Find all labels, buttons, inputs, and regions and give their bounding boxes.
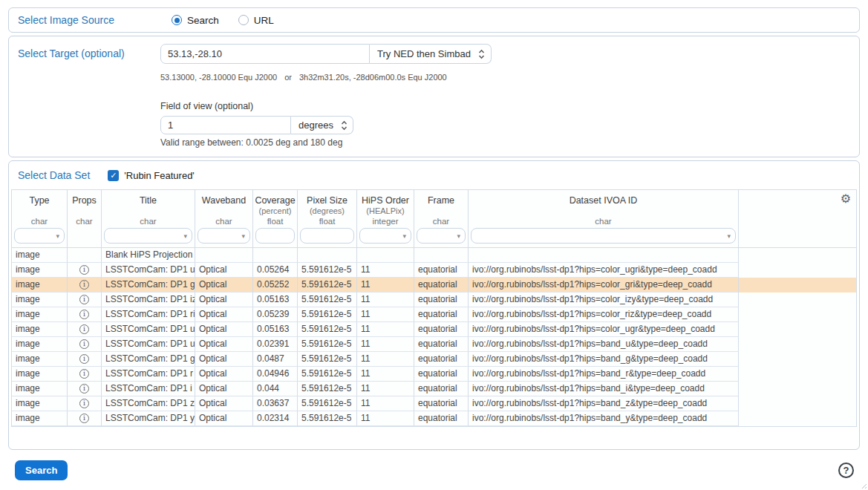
cell-props: i (68, 278, 102, 293)
cell-type: image (12, 307, 68, 322)
cell-hips-order (357, 248, 414, 263)
radio-url[interactable]: URL (238, 15, 274, 26)
cell-filler (739, 263, 856, 278)
table-row[interactable]: image i LSSTComCam: DP1 riz Optical 0.05… (12, 307, 856, 322)
cell-coverage: 0.05264 (253, 263, 298, 278)
cell-type: image (12, 352, 68, 367)
cell-coverage (253, 248, 298, 263)
table-row[interactable]: image i LSSTComCam: DP1 gri Optical 0.05… (12, 278, 856, 293)
cell-frame: equatorial (414, 307, 469, 322)
table-row[interactable]: image i Blank HiPS Projection (12, 248, 856, 263)
dropdown-arrow-icon: ▾ (457, 232, 460, 239)
cell-filler (739, 367, 856, 382)
info-icon[interactable]: i (79, 324, 89, 334)
rubin-featured-checkbox[interactable]: ✓ 'Rubin Featured' (108, 170, 195, 181)
info-icon[interactable]: i (79, 414, 89, 423)
cell-filler (739, 248, 856, 263)
radio-unselected-icon[interactable] (238, 15, 249, 25)
info-icon[interactable]: i (79, 339, 89, 349)
fov-input[interactable] (160, 116, 291, 134)
table-row[interactable]: image i LSSTComCam: DP1 izy Optical 0.05… (12, 293, 856, 307)
coverage-filter-input[interactable] (255, 228, 295, 244)
waveband-filter-select[interactable]: ▾ (198, 228, 250, 244)
radio-search[interactable]: Search (172, 15, 219, 26)
info-icon[interactable]: i (79, 369, 89, 379)
cell-frame: equatorial (414, 278, 469, 293)
title-filter-select[interactable]: ▾ (104, 228, 192, 244)
table-row[interactable]: image i LSSTComCam: DP1 u Optical 0.0239… (12, 337, 856, 352)
stepper-chevrons-icon (478, 49, 485, 59)
resolver-dropdown[interactable]: Try NED then Simbad (370, 44, 492, 64)
column-header-props: Props char (68, 190, 102, 247)
help-icon[interactable]: ? (838, 463, 854, 478)
column-header-hips-order: HiPS Order (HEALPix) integer ▾ (357, 190, 414, 247)
image-source-label: Select Image Source (18, 14, 172, 26)
table-row[interactable]: image i LSSTComCam: DP1 i Optical 0.044 … (12, 382, 856, 396)
cell-pixel-size: 5.591612e-5 (298, 263, 357, 278)
cell-title: LSSTComCam: DP1 ugri (102, 263, 195, 278)
fov-valid-range-hint: Valid range between: 0.0025 deg and 180 … (160, 137, 850, 148)
info-icon[interactable]: i (79, 295, 89, 304)
cell-coverage: 0.05163 (253, 322, 298, 337)
table-row[interactable]: image i LSSTComCam: DP1 ugr Optical 0.05… (12, 322, 856, 337)
cell-ivoa-id: ivo://org.rubinobs/lsst-dp1?hips=band_z&… (469, 396, 739, 411)
cell-pixel-size: 5.591612e-5 (298, 293, 357, 307)
cell-ivoa-id (469, 248, 739, 263)
pixel-size-filter-input[interactable] (300, 228, 354, 244)
cell-waveband: Optical (195, 352, 253, 367)
frame-filter-select[interactable]: ▾ (417, 228, 466, 244)
search-button[interactable]: Search (15, 460, 68, 480)
cell-ivoa-id: ivo://org.rubinobs/lsst-dp1?hips=color_r… (469, 307, 739, 322)
radio-url-label: URL (254, 15, 274, 26)
cell-frame: equatorial (414, 293, 469, 307)
ivoa-id-filter-select[interactable]: ▾ (471, 228, 736, 244)
cell-pixel-size: 5.591612e-5 (298, 411, 357, 426)
table-row[interactable]: image i LSSTComCam: DP1 y Optical 0.0231… (12, 411, 856, 426)
hips-order-filter-select[interactable]: ▾ (359, 228, 411, 244)
cell-filler (739, 337, 856, 352)
info-icon[interactable]: i (79, 265, 89, 275)
info-icon[interactable]: i (79, 310, 89, 319)
gear-icon[interactable]: ⚙ (841, 193, 851, 205)
cell-hips-order: 11 (357, 278, 414, 293)
cell-waveband: Optical (195, 367, 253, 382)
cell-filler (739, 411, 856, 426)
dropdown-arrow-icon: ▾ (56, 232, 59, 239)
cell-hips-order: 11 (357, 382, 414, 396)
table-row[interactable]: image i LSSTComCam: DP1 r Optical 0.0494… (12, 367, 856, 382)
column-header-pixel-size: Pixel Size (degrees) float (298, 190, 357, 247)
cell-waveband: Optical (195, 411, 253, 426)
info-icon[interactable]: i (79, 280, 89, 290)
table-row[interactable]: image i LSSTComCam: DP1 z Optical 0.0363… (12, 396, 856, 411)
cell-title: LSSTComCam: DP1 u (102, 337, 195, 352)
cell-hips-order: 11 (357, 307, 414, 322)
info-icon[interactable]: i (79, 354, 89, 364)
table-row[interactable]: image i LSSTComCam: DP1 g Optical 0.0487… (12, 352, 856, 367)
cell-coverage: 0.02314 (253, 411, 298, 426)
cell-hips-order: 11 (357, 337, 414, 352)
cell-frame: equatorial (414, 367, 469, 382)
column-header-frame: Frame char ▾ (414, 190, 469, 247)
cell-waveband: Optical (195, 263, 253, 278)
cell-ivoa-id: ivo://org.rubinobs/lsst-dp1?hips=band_r&… (469, 367, 739, 382)
cell-frame: equatorial (414, 396, 469, 411)
cell-title: LSSTComCam: DP1 g (102, 352, 195, 367)
table-row[interactable]: image i LSSTComCam: DP1 ugri Optical 0.0… (12, 263, 856, 278)
cell-title: LSSTComCam: DP1 z (102, 396, 195, 411)
dropdown-arrow-icon: ▾ (241, 232, 245, 239)
resize-grip-icon[interactable] (860, 482, 867, 489)
cell-pixel-size: 5.591612e-5 (298, 352, 357, 367)
cell-waveband: Optical (195, 307, 253, 322)
stepper-chevrons-icon (341, 120, 347, 131)
fov-unit-dropdown[interactable]: degrees (291, 116, 353, 134)
cell-coverage: 0.044 (253, 382, 298, 396)
column-header-waveband: Waveband char ▾ (195, 190, 253, 247)
radio-selected-icon[interactable] (172, 15, 182, 25)
cell-filler (739, 293, 856, 307)
target-input[interactable] (160, 44, 370, 64)
checkbox-checked-icon[interactable]: ✓ (108, 170, 119, 181)
cell-type: image (12, 367, 68, 382)
type-filter-select[interactable]: ▾ (14, 228, 65, 244)
info-icon[interactable]: i (79, 399, 89, 408)
info-icon[interactable]: i (79, 384, 89, 393)
